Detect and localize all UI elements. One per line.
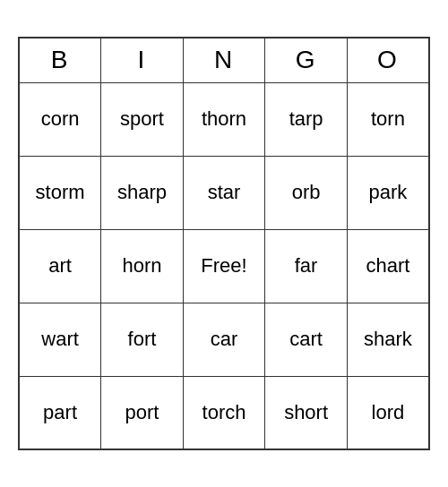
- cell-r3-c0: wart: [19, 303, 101, 376]
- table-row: arthornFree!farchart: [19, 229, 429, 303]
- header-i: I: [101, 38, 184, 82]
- cell-r0-c4: torn: [347, 82, 429, 156]
- cell-r0-c0: corn: [19, 82, 101, 156]
- cell-r3-c3: cart: [265, 303, 348, 376]
- header-b: B: [19, 38, 101, 82]
- cell-r2-c2: Free!: [183, 229, 265, 303]
- header-g: G: [265, 38, 348, 82]
- cell-r0-c2: thorn: [183, 82, 265, 156]
- bingo-card: B I N G O cornsportthorntarptornstormsha…: [18, 37, 430, 450]
- cell-r3-c1: fort: [101, 303, 184, 376]
- cell-r1-c2: star: [183, 156, 265, 229]
- cell-r1-c0: storm: [19, 156, 101, 229]
- table-row: wartfortcarcartshark: [19, 303, 429, 376]
- cell-r1-c1: sharp: [101, 156, 184, 229]
- header-row: B I N G O: [19, 38, 429, 82]
- cell-r0-c3: tarp: [265, 82, 348, 156]
- cell-r1-c3: orb: [265, 156, 348, 229]
- cell-r2-c3: far: [265, 229, 348, 303]
- cell-r2-c1: horn: [101, 229, 184, 303]
- cell-r4-c2: torch: [183, 376, 265, 449]
- cell-r4-c4: lord: [347, 376, 429, 449]
- cell-r3-c4: shark: [347, 303, 429, 376]
- cell-r2-c0: art: [19, 229, 101, 303]
- cell-r4-c3: short: [265, 376, 348, 449]
- cell-r4-c0: part: [19, 376, 101, 449]
- cell-r2-c4: chart: [347, 229, 429, 303]
- cell-r1-c4: park: [347, 156, 429, 229]
- table-row: partporttorchshortlord: [19, 376, 429, 449]
- table-row: cornsportthorntarptorn: [19, 82, 429, 156]
- header-n: N: [183, 38, 265, 82]
- cell-r4-c1: port: [101, 376, 184, 449]
- table-row: stormsharpstarorbpark: [19, 156, 429, 229]
- cell-r0-c1: sport: [101, 82, 184, 156]
- header-o: O: [347, 38, 429, 82]
- cell-r3-c2: car: [183, 303, 265, 376]
